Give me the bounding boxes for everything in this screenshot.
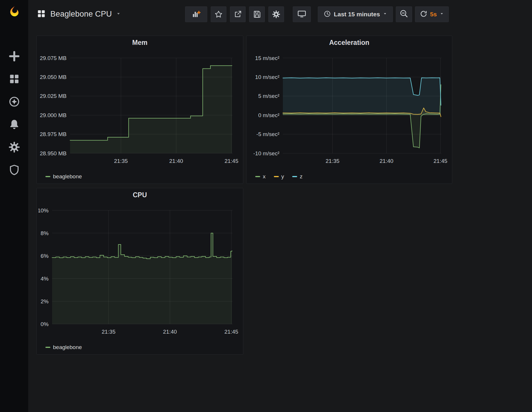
sidebar-server-admin[interactable]: [8, 163, 21, 177]
panel-title-cpu[interactable]: CPU: [37, 188, 243, 202]
svg-text:10%: 10%: [38, 207, 49, 214]
acceleration-legend: xyz: [255, 173, 303, 180]
svg-text:21:35: 21:35: [114, 158, 128, 164]
legend-label: beaglebone: [53, 173, 82, 180]
zoom-out-icon: [400, 9, 408, 19]
svg-text:29.000 MB: 29.000 MB: [40, 112, 67, 118]
legend-item-beaglebone[interactable]: beaglebone: [45, 173, 82, 180]
svg-text:2%: 2%: [40, 298, 49, 304]
panel-title-acceleration[interactable]: Acceleration: [247, 36, 452, 49]
svg-text:0 m/sec²: 0 m/sec²: [258, 112, 279, 118]
dashboard-grid-icon: [36, 9, 46, 20]
dashboard-settings-button[interactable]: [268, 6, 284, 22]
sidebar-alerting[interactable]: [8, 118, 21, 131]
sidebar-create[interactable]: [8, 50, 21, 63]
cpu-legend: beaglebone: [45, 344, 82, 351]
svg-text:10 m/sec²: 10 m/sec²: [255, 74, 279, 80]
svg-text:5 m/sec²: 5 m/sec²: [258, 93, 279, 99]
legend-label: z: [300, 173, 303, 180]
acceleration-chart-area: -10 m/sec²-5 m/sec²0 m/sec²5 m/sec²10 m/…: [248, 49, 450, 167]
legend-label: x: [263, 173, 266, 180]
svg-text:28.950 MB: 28.950 MB: [40, 150, 67, 156]
navbar-controls: Last 15 minutes 5s: [185, 6, 449, 22]
legend-label: y: [281, 173, 284, 180]
cpu-chart[interactable]: 0%2%4%6%8%10%21:3521:4021:45: [38, 202, 241, 337]
svg-text:21:45: 21:45: [224, 329, 238, 335]
legend-swatch: [45, 347, 50, 348]
dashboard-title[interactable]: Beaglebone CPU: [50, 10, 112, 19]
svg-text:21:35: 21:35: [102, 329, 116, 335]
svg-text:21:40: 21:40: [169, 158, 183, 164]
legend-swatch: [45, 176, 50, 177]
panel-cpu: CPU 0%2%4%6%8%10%21:3521:4021:45 beagleb…: [36, 188, 243, 355]
zoom-out-button[interactable]: [396, 6, 412, 22]
svg-text:29.025 MB: 29.025 MB: [40, 93, 67, 99]
svg-text:29.050 MB: 29.050 MB: [40, 74, 67, 80]
svg-text:4%: 4%: [40, 276, 49, 282]
svg-text:15 m/sec²: 15 m/sec²: [255, 55, 279, 61]
mem-chart-area: 28.950 MB28.975 MB29.000 MB29.025 MB29.0…: [38, 49, 241, 167]
mem-chart[interactable]: 28.950 MB28.975 MB29.000 MB29.025 MB29.0…: [38, 49, 241, 167]
add-panel-button[interactable]: [185, 6, 207, 22]
grafana-logo[interactable]: [6, 5, 23, 22]
tv-monitor-icon: [297, 9, 306, 19]
svg-text:0%: 0%: [40, 321, 49, 327]
svg-text:6%: 6%: [40, 253, 49, 259]
clock-icon: [323, 10, 331, 19]
legend-item-beaglebone[interactable]: beaglebone: [45, 344, 82, 351]
share-dashboard-button[interactable]: [230, 6, 246, 22]
svg-text:28.975 MB: 28.975 MB: [40, 131, 67, 137]
svg-text:-5 m/sec²: -5 m/sec²: [256, 131, 279, 137]
panel-mem: Mem 28.950 MB28.975 MB29.000 MB29.025 MB…: [36, 36, 243, 184]
sidebar-dashboards[interactable]: [8, 72, 21, 86]
refresh-interval-label: 5s: [430, 11, 437, 18]
acceleration-chart[interactable]: -10 m/sec²-5 m/sec²0 m/sec²5 m/sec²10 m/…: [248, 49, 450, 167]
legend-swatch: [255, 176, 260, 177]
cycle-view-button[interactable]: [293, 6, 311, 22]
legend-swatch: [292, 176, 297, 177]
navbar-actions: [185, 6, 284, 22]
caret-down-icon: [383, 11, 387, 17]
star-dashboard-button[interactable]: [211, 6, 226, 22]
svg-text:21:45: 21:45: [434, 158, 448, 164]
sidebar: [0, 0, 28, 412]
cpu-chart-area: 0%2%4%6%8%10%21:3521:4021:45: [38, 202, 241, 337]
legend-item-y[interactable]: y: [274, 173, 284, 180]
svg-text:-10 m/sec²: -10 m/sec²: [253, 150, 279, 156]
legend-swatch: [274, 176, 279, 177]
panel-title-mem[interactable]: Mem: [37, 36, 243, 49]
caret-down-icon: [439, 11, 444, 17]
svg-text:21:45: 21:45: [224, 158, 238, 164]
refresh-picker[interactable]: 5s: [415, 6, 449, 22]
svg-text:21:35: 21:35: [326, 158, 340, 164]
svg-text:21:40: 21:40: [163, 329, 177, 335]
sidebar-explore[interactable]: [8, 95, 21, 108]
legend-item-x[interactable]: x: [255, 173, 266, 180]
sidebar-configuration[interactable]: [8, 140, 21, 154]
save-dashboard-button[interactable]: [249, 6, 265, 22]
mem-legend: beaglebone: [45, 173, 82, 180]
legend-label: beaglebone: [53, 344, 82, 351]
svg-text:29.075 MB: 29.075 MB: [40, 55, 67, 61]
time-range-label: Last 15 minutes: [334, 11, 380, 18]
refresh-icon: [420, 10, 428, 19]
svg-text:8%: 8%: [40, 230, 49, 236]
dashboard-title-picker[interactable]: Beaglebone CPU: [36, 9, 121, 20]
sidebar-items: [8, 50, 21, 177]
navbar: Beaglebone CPU Last 15 minutes 5s: [28, 0, 532, 28]
legend-item-z[interactable]: z: [292, 173, 303, 180]
time-range-picker[interactable]: Last 15 minutes: [318, 6, 393, 22]
panel-acceleration: Acceleration -10 m/sec²-5 m/sec²0 m/sec²…: [246, 36, 452, 184]
caret-down-icon: [116, 11, 121, 17]
svg-text:21:40: 21:40: [380, 158, 393, 164]
